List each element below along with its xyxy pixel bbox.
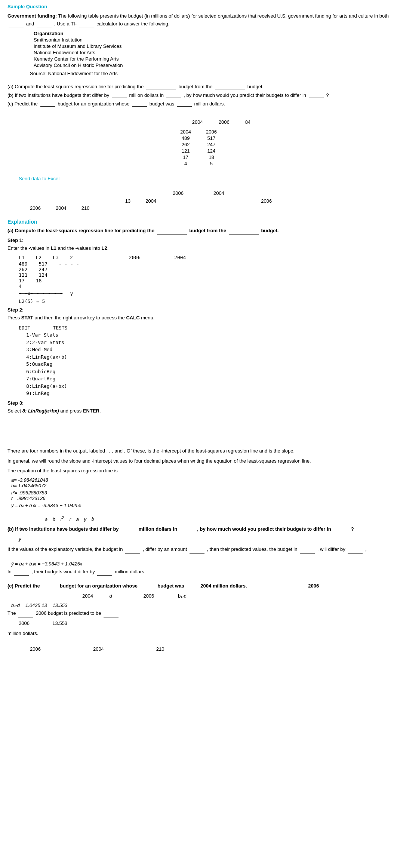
blank-b1 bbox=[112, 93, 127, 98]
blank-ifv2 bbox=[190, 548, 204, 553]
blank-expc1 bbox=[42, 585, 57, 590]
menu-item-1: 1-Var Stats bbox=[26, 331, 390, 339]
menu-item-3: 3:Med-Med bbox=[26, 346, 390, 353]
menu-item-9: 9↑:LnReg bbox=[26, 390, 390, 397]
part-a: (a) Compute the least-squares regression… bbox=[7, 84, 390, 89]
blank-a1 bbox=[146, 84, 176, 89]
part-b: (b) If two institutions have budgets tha… bbox=[7, 92, 390, 98]
calc-table-block: L1 L2 L3 2 2006 2004 489517- - - - 26224… bbox=[19, 255, 390, 304]
sub-year-row1: 2006 2004 bbox=[7, 190, 390, 196]
source-text: Source: National Endowment for the Arts bbox=[30, 71, 390, 76]
row5-2004: 4 bbox=[173, 160, 198, 167]
predicted-year-val: 2006 13.553 bbox=[19, 620, 390, 628]
sub-2006-b: 2006 bbox=[30, 205, 41, 211]
exp-part-c-header: (c) Predict the budget for an organizati… bbox=[7, 582, 390, 590]
exp-part-a-header: (a) Compute the least-squares regression… bbox=[7, 227, 390, 235]
blank-in2 bbox=[97, 570, 112, 576]
question-use: . Use a TI- bbox=[54, 21, 77, 27]
row4-2004: 17 bbox=[173, 154, 198, 160]
sub-210: 210 bbox=[81, 205, 90, 211]
year-2004: 2004 bbox=[185, 119, 210, 125]
years-header-table: 2004 2006 84 bbox=[138, 119, 259, 126]
in-text-block: In , their budgets would differ by milli… bbox=[7, 568, 390, 576]
tests-label: TESTS bbox=[53, 324, 67, 332]
question-intro: The following table presents the budget … bbox=[58, 13, 389, 19]
send-excel-link[interactable]: Send data to Excel bbox=[19, 176, 390, 181]
bottom-210: 210 bbox=[156, 646, 164, 652]
calc-menu-block: EDIT TESTS 1-Var Stats 2:2-Var Stats 3:M… bbox=[19, 324, 390, 397]
year-2006: 2006 bbox=[211, 119, 237, 125]
blank-exp-a2 bbox=[229, 229, 259, 234]
question-block: Government funding: The following table … bbox=[7, 12, 390, 28]
blank-c1 bbox=[40, 101, 55, 107]
sub-val-2006: 2006 bbox=[261, 198, 272, 204]
sub-val-2004: 2004 bbox=[145, 198, 156, 204]
sub-val-13: 13 bbox=[125, 198, 130, 204]
row5-2006: 5 bbox=[198, 160, 224, 167]
predicted-block: The 2006 budget is predicted to be bbox=[7, 610, 390, 617]
org-row-3: National Endowment for Arts bbox=[30, 49, 126, 56]
main-equation: ŷ = b₀ + b₁x = -3.9843 + 1.0425x bbox=[11, 503, 390, 508]
blank-in1 bbox=[14, 570, 29, 576]
row3-2004: 121 bbox=[173, 148, 198, 154]
menu-item-5: 5:QuadReg bbox=[26, 361, 390, 368]
part-b-y-label: y bbox=[19, 536, 390, 543]
regression-eq: ŷ = b₀ + b₁x = −3.9843 + 1.0425x bbox=[11, 561, 390, 567]
org-header: Organization bbox=[34, 31, 63, 36]
part-c-d-row: 2004 d 2006 b₁·d bbox=[82, 592, 390, 600]
sub-year-2004: 2004 bbox=[213, 190, 224, 196]
blank-pred1 bbox=[18, 612, 33, 617]
row2-2004: 262 bbox=[173, 141, 198, 148]
blank-expc2 bbox=[140, 585, 155, 590]
blank-84: 84 bbox=[238, 119, 258, 125]
col-2004-header: 2004 bbox=[173, 129, 198, 135]
step2-text: Press STAT and then the right arrow key … bbox=[7, 314, 390, 322]
part-c: (c) Predict the budget for an organizati… bbox=[7, 101, 390, 107]
equation-text: The equation of the least-squares regres… bbox=[7, 467, 390, 475]
org-row-5: Advisory Council on Historic Preservatio… bbox=[30, 62, 126, 68]
bottom-year-2004: 2004 bbox=[93, 646, 104, 652]
edit-label: EDIT bbox=[19, 324, 30, 332]
blank-year1 bbox=[9, 23, 24, 28]
l2-header: L2 bbox=[36, 255, 42, 260]
col-2006-header: 2006 bbox=[198, 129, 224, 135]
org-row-4: Kennedy Center for the Performing Arts bbox=[30, 56, 126, 62]
year-2006-calc: 2006 bbox=[129, 255, 141, 260]
sub-2004-b: 2004 bbox=[56, 205, 67, 211]
org-table-block: Organization Smithsonian Institution Ins… bbox=[19, 30, 390, 76]
blank-c2 bbox=[132, 101, 147, 107]
sub-row2: 13 2004 2006 bbox=[7, 198, 390, 204]
blank-b2 bbox=[166, 93, 181, 98]
general-text: In general, we will round the slope and … bbox=[7, 457, 390, 465]
explanation-label: Explanation bbox=[7, 219, 390, 225]
row2-2006: 247 bbox=[198, 141, 224, 148]
blank-ifv4 bbox=[348, 548, 363, 553]
blank-expb2 bbox=[180, 528, 195, 533]
step3-label: Step 3: bbox=[7, 400, 390, 406]
blank-pred2 bbox=[104, 612, 119, 617]
sub-year-2006: 2006 bbox=[173, 190, 184, 196]
blank-a2 bbox=[215, 84, 245, 89]
l3-header: L3 bbox=[53, 255, 59, 260]
sample-question-label: Sample Question bbox=[7, 4, 390, 9]
blank-year2 bbox=[37, 23, 52, 28]
menu-item-8: 8:LinReg(a+bx) bbox=[26, 383, 390, 390]
menu-item-7: 7:QuartReg bbox=[26, 375, 390, 383]
question-and: and bbox=[26, 21, 34, 27]
blank-expb3 bbox=[333, 528, 348, 533]
exp-part-b-header: (b) If two institutions have budgets tha… bbox=[7, 525, 390, 533]
predicted-end: million dollars. bbox=[7, 630, 390, 638]
row1-2006: 517 bbox=[198, 135, 224, 141]
blank-expb1 bbox=[121, 528, 136, 533]
l1-header: L1 bbox=[19, 255, 25, 260]
step2-label: Step 2: bbox=[7, 307, 390, 313]
b1d-calc: b₁·d = 1.0425 13 = 13.553 bbox=[11, 602, 390, 608]
question-calc: calculator to answer the following. bbox=[96, 21, 169, 27]
data-values-table: 2004 2006 489 517 262 247 121 124 17 18 … bbox=[173, 129, 224, 167]
step1-text: Enter the -values in L1 and the -values … bbox=[7, 245, 390, 252]
y-label: y bbox=[70, 291, 73, 296]
org-row-2: Institute of Museum and Library Services bbox=[30, 43, 126, 49]
blank-c3 bbox=[177, 101, 192, 107]
blank-exp-a1 bbox=[157, 229, 187, 234]
row1-2004: 489 bbox=[173, 135, 198, 141]
